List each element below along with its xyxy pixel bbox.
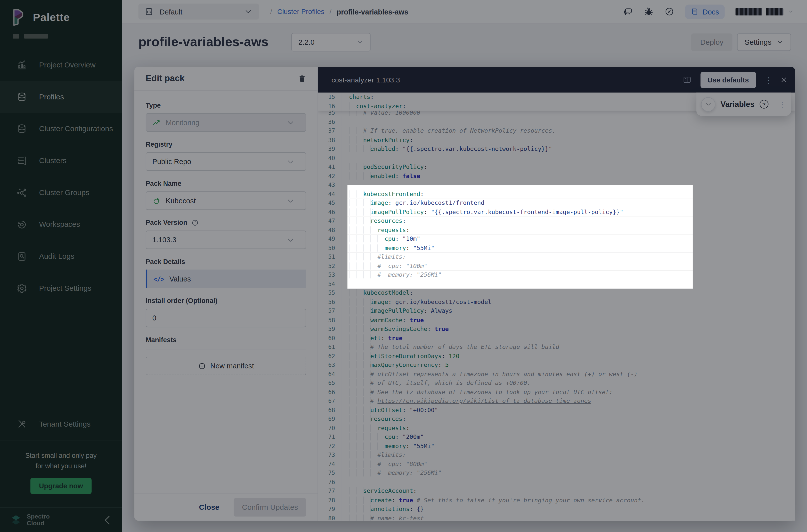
code-line: 57 imagePullPolicy: Always xyxy=(318,307,795,316)
diff-view-icon[interactable] xyxy=(682,75,692,84)
code-line-text[interactable]: warmCache: true xyxy=(342,316,795,325)
line-number: 61 xyxy=(318,343,342,352)
use-defaults-button[interactable]: Use defaults xyxy=(700,72,756,88)
tools-icon xyxy=(17,419,27,429)
code-line-text[interactable]: enabled: false xyxy=(342,172,795,180)
code-line-text[interactable]: etlStoreDurationDays: 120 xyxy=(342,352,795,361)
code-line-text[interactable]: enabled: "{{.spectro.var.kubecost-networ… xyxy=(342,145,795,154)
type-label: Type xyxy=(146,101,306,109)
variables-menu-kebab-icon[interactable]: ⋮ xyxy=(779,101,786,108)
close-button[interactable]: Close xyxy=(196,502,222,512)
close-editor-icon[interactable] xyxy=(780,76,788,83)
new-manifest-button[interactable]: New manifest xyxy=(146,357,306,375)
code-line-text[interactable]: # of UTC, itself, which is defined as +0… xyxy=(342,379,795,388)
code-line-text[interactable]: resources: xyxy=(342,415,795,424)
code-line-text[interactable]: imagePullPolicy: "{{.spectro.var.kubecos… xyxy=(348,208,693,216)
code-line-text[interactable]: memory: "55Mi" xyxy=(342,442,795,451)
code-line-text[interactable] xyxy=(342,478,795,487)
line-number: 66 xyxy=(318,388,342,397)
code-line-text[interactable]: # https://en.wikipedia.org/wiki/List_of_… xyxy=(342,397,795,406)
install-order-input[interactable]: 0 xyxy=(146,309,306,327)
code-line-text[interactable]: cpu: "10m" xyxy=(348,234,693,244)
pack-version-select[interactable]: 1.103.3 xyxy=(146,230,306,249)
brand-row[interactable]: Palette xyxy=(0,0,122,27)
sidebar-item-profiles[interactable]: Profiles xyxy=(0,81,122,113)
new-manifest-label: New manifest xyxy=(210,362,254,370)
info-icon[interactable] xyxy=(191,219,199,226)
sidebar-item-cluster-groups[interactable]: Cluster Groups xyxy=(0,176,122,209)
upgrade-now-button[interactable]: Upgrade now xyxy=(30,478,92,494)
code-line: 42 enabled: false xyxy=(318,172,795,180)
title-bar: profile-variables-aws 2.2.0 Deploy Setti… xyxy=(122,24,807,60)
sidebar-item-project-overview[interactable]: Project Overview xyxy=(0,49,122,81)
sidebar-item-cluster-configurations[interactable]: Cluster Configurations xyxy=(0,113,122,145)
code-line-text[interactable]: create: true # Set this to false if you'… xyxy=(342,496,795,505)
sidebar-item-project-settings[interactable]: Project Settings xyxy=(0,272,122,304)
project-selector[interactable]: Default xyxy=(138,3,259,19)
code-line-text[interactable]: resources: xyxy=(348,216,693,226)
code-line-text[interactable] xyxy=(348,280,693,289)
yaml-code-area[interactable]: 15charts:16 cost-analyzer: 35 # value: 1… xyxy=(318,93,795,521)
code-line-text[interactable]: # cpu: "100m" xyxy=(348,262,693,271)
sidebar-collapse-button[interactable] xyxy=(101,514,114,526)
deploy-button[interactable]: Deploy xyxy=(692,33,732,51)
editor-header: cost-analyzer 1.103.3 Use defaults ⋮ xyxy=(318,67,795,93)
confirm-updates-button[interactable]: Confirm Updates xyxy=(234,498,306,516)
code-line-text[interactable]: imagePullPolicy: Always xyxy=(342,307,795,316)
sidebar-item-tenant-settings[interactable]: Tenant Settings xyxy=(0,408,122,440)
code-line-text[interactable]: # memory: "256Mi" xyxy=(348,271,693,280)
code-line-text[interactable]: image: gcr.io/kubecost1/cost-model xyxy=(342,298,795,307)
code-line-text[interactable]: warmSavingsCache: true xyxy=(342,325,795,334)
variables-expand-button[interactable] xyxy=(701,97,716,111)
code-line-text[interactable]: requests: xyxy=(348,226,693,234)
code-line-text[interactable]: # utcOffset represents a timezone in hou… xyxy=(342,370,795,379)
code-line-text[interactable]: kubecostModel: xyxy=(342,289,795,298)
registry-select[interactable]: Public Repo xyxy=(146,152,306,171)
code-line-text[interactable]: annotations: {} xyxy=(342,505,795,514)
code-line-text[interactable] xyxy=(342,118,795,127)
code-line-text[interactable]: etl: true xyxy=(342,334,795,343)
code-line-text[interactable]: # The total number of days the ETL stora… xyxy=(342,343,795,352)
code-line-text[interactable]: maxQueryConcurrency: 5 xyxy=(342,361,795,370)
help-compass-icon[interactable] xyxy=(664,7,674,17)
code-line-text[interactable] xyxy=(348,180,693,190)
redacted-username[interactable] xyxy=(735,8,794,15)
code-line-text[interactable]: kubecostFrontend: xyxy=(348,190,693,198)
type-select[interactable]: Monitoring xyxy=(146,113,306,132)
code-line-text[interactable]: serviceAccount: xyxy=(342,487,795,496)
sidebar-item-audit-logs[interactable]: Audit Logs xyxy=(0,240,122,272)
feedback-chat-icon[interactable] xyxy=(623,7,633,17)
code-line-text[interactable]: utcOffset: "+00:00" xyxy=(342,406,795,415)
code-line-text[interactable] xyxy=(342,154,795,163)
code-line: 58 warmCache: true xyxy=(318,316,795,325)
code-line-text[interactable]: # If true, enable creation of NetworkPol… xyxy=(342,127,795,136)
report-bug-icon[interactable] xyxy=(644,7,654,17)
sidebar-item-clusters[interactable]: Clusters xyxy=(0,145,122,176)
code-line-text[interactable]: # memory: "256Mi" xyxy=(342,469,795,478)
variables-help-icon[interactable]: ? xyxy=(759,100,768,109)
code-line-text[interactable]: cpu: "200m" xyxy=(342,433,795,442)
code-line-text[interactable]: podSecurityPolicy: xyxy=(342,163,795,172)
code-line-text[interactable]: image: gcr.io/kubecost1/frontend xyxy=(348,198,693,208)
chevron-down-icon xyxy=(286,157,295,166)
code-line: 62 etlStoreDurationDays: 120 xyxy=(318,352,795,361)
pack-name-select[interactable]: Kubecost xyxy=(146,191,306,210)
code-line-text[interactable]: memory: "55Mi" xyxy=(348,244,693,252)
code-line-text[interactable]: requests: xyxy=(342,424,795,433)
docs-button[interactable]: Docs xyxy=(685,4,725,19)
code-line-text[interactable]: #limits: xyxy=(342,451,795,460)
settings-button[interactable]: Settings xyxy=(737,33,791,51)
line-number: 36 xyxy=(318,118,342,127)
code-line-text[interactable]: # name: kc-test xyxy=(342,514,795,521)
editor-menu-kebab-icon[interactable]: ⋮ xyxy=(765,76,772,84)
breadcrumb-cluster-profiles[interactable]: Cluster Profiles xyxy=(277,8,324,16)
code-line-text[interactable]: networkPolicy: xyxy=(342,136,795,145)
pack-name-label: Pack Name xyxy=(146,179,306,187)
code-line-text[interactable]: # See the tz database of timezones to lo… xyxy=(342,388,795,397)
sidebar-item-workspaces[interactable]: Workspaces xyxy=(0,208,122,240)
code-line-text[interactable]: # cpu: "800m" xyxy=(342,460,795,469)
profile-version-select[interactable]: 2.2.0 xyxy=(291,33,371,51)
code-line-text[interactable]: #limits: xyxy=(348,252,693,262)
delete-pack-icon[interactable] xyxy=(298,74,306,83)
pack-details-values-tab[interactable]: </> Values xyxy=(146,269,306,288)
